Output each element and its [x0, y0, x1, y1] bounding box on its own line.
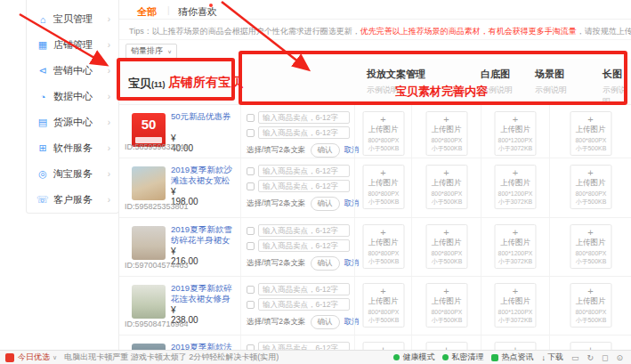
product-image[interactable]: [132, 226, 166, 260]
copy-checkbox-1[interactable]: [247, 167, 255, 175]
copy-checkbox-1[interactable]: [247, 114, 255, 122]
upload-label: 上传图片: [496, 178, 536, 187]
table-body: 50 50元新品优惠券 ¥ 40.00 ID:585959633244 选择/填…: [119, 105, 631, 364]
upload-cell-col0: +上传图片800*800PX小于500KB: [354, 105, 411, 158]
selling-point-input-1[interactable]: [258, 111, 350, 124]
upload-image-button[interactable]: +上传图片800*800PX小于500KB: [362, 165, 404, 209]
selling-point-input-2[interactable]: [258, 298, 350, 311]
upload-image-button[interactable]: +上传图片800*800PX小于500KB: [570, 224, 611, 269]
upload-cell-col2: +上传图片800*1200PX小于3072KB: [481, 158, 549, 217]
hot-picks-icon[interactable]: [5, 353, 14, 362]
selling-point-input-1[interactable]: [258, 165, 350, 177]
panel-icon[interactable]: ◻: [602, 353, 608, 362]
product-title-link[interactable]: 2019夏季新款雪纺碎花半身裙女中长款裙摆白: [171, 224, 237, 246]
selling-point-input-2[interactable]: [258, 239, 350, 252]
upload-image-button[interactable]: +上传图片800*800PX小于500KB: [425, 111, 467, 156]
upload-cell-col2: +上传图片800*1200PX小于3072KB: [481, 105, 549, 158]
upload-dimension: 800*800PX: [428, 308, 465, 315]
upload-image-button[interactable]: +上传图片800*800PX小于500KB: [425, 224, 467, 269]
taskbar-item-1[interactable]: 私密清理: [442, 352, 483, 363]
confirm-button[interactable]: 确认: [311, 315, 340, 329]
upload-image-button[interactable]: +上传图片800*800PX小于500KB: [362, 283, 404, 328]
confirm-button[interactable]: 确认: [311, 143, 340, 158]
product-title-link[interactable]: 2019夏季新款碎花连衣裙女修身显瘦小众网红: [171, 283, 237, 304]
copy-management-cell: 选择/填写2条文案 确认 取消: [240, 277, 354, 335]
sidebar: ⌂宝贝管理›▦店铺管理›⊲营销中心›◔数据中心›▤货源中心›⊞软件服务›◎淘宝服…: [26, 0, 119, 214]
tab-guess-you-like[interactable]: 猜你喜欢: [178, 5, 217, 19]
copy-checkbox-2[interactable]: [247, 182, 255, 190]
upload-image-button[interactable]: +上传图片800*800PX小于500KB: [425, 165, 467, 209]
upload-label: 上传图片: [496, 296, 536, 305]
taskbar-item-label: 健康模式: [402, 352, 434, 363]
upload-dimension: 800*1200PX: [497, 136, 533, 143]
download-button[interactable]: ↓下载: [541, 352, 563, 363]
sidebar-item-2[interactable]: ⊲营销中心›: [27, 58, 118, 84]
sidebar-item-5[interactable]: ⊞软件服务›: [27, 135, 118, 161]
sidebar-item-6[interactable]: ◎淘宝服务›: [27, 161, 118, 187]
circle-icon[interactable]: ⊙: [616, 353, 623, 362]
sidebar-item-3[interactable]: ◔数据中心›: [27, 84, 118, 109]
sidebar-item-label: 淘宝服务: [53, 167, 93, 181]
upload-image-button[interactable]: +上传图片800*1200PX小于3072KB: [495, 165, 537, 209]
upload-image-button[interactable]: +上传图片800*800PX小于500KB: [362, 111, 404, 156]
upload-image-button[interactable]: +上传图片800*800PX小于500KB: [425, 283, 467, 328]
upload-dimension: 800*800PX: [428, 136, 465, 143]
confirm-button[interactable]: 确认: [311, 197, 340, 211]
column-title: 长图: [603, 68, 631, 81]
upload-image-button[interactable]: +上传图片800*1200PX小于3072KB: [495, 111, 537, 156]
product-column-header: 宝贝(11): [128, 76, 166, 92]
upload-image-button[interactable]: +上传图片800*1200PX小于3072KB: [495, 283, 537, 328]
selling-point-input-1[interactable]: [258, 283, 350, 295]
copy-checkbox-2[interactable]: [247, 242, 255, 250]
column-title: 场景图: [535, 68, 567, 81]
selling-point-input-1[interactable]: [258, 224, 350, 237]
product-title-link[interactable]: 50元新品优惠券: [171, 111, 237, 122]
example-description-link[interactable]: 示例说明: [535, 85, 567, 96]
sidebar-item-label: 数据中心: [53, 90, 93, 103]
upload-size-limit: 小于3072KB: [497, 316, 533, 323]
plus-icon: +: [496, 115, 536, 125]
chevron-right-icon: ›: [108, 143, 110, 153]
upload-size-limit: 小于500KB: [365, 144, 401, 151]
hot-picks-label[interactable]: 今日优选: [18, 352, 50, 363]
upload-size-limit: 小于500KB: [428, 257, 465, 264]
plus-icon: +: [363, 168, 403, 178]
chevron-down-icon[interactable]: ∨: [53, 354, 57, 361]
copy-checkbox-1[interactable]: [247, 286, 255, 294]
selling-point-input-2[interactable]: [258, 126, 350, 139]
plus-icon: +: [426, 287, 466, 296]
taskbar-item-2[interactable]: 热点资讯: [491, 352, 533, 363]
upload-image-button[interactable]: +上传图片800*800PX小于500KB: [570, 283, 611, 328]
upload-image-button[interactable]: +上传图片800*800PX小于500KB: [362, 224, 404, 269]
upload-image-button[interactable]: +上传图片800*800PX小于500KB: [570, 165, 611, 209]
product-image[interactable]: [132, 285, 166, 319]
upload-dimension: 800*800PX: [572, 249, 609, 256]
upload-cell-col1: +上传图片800*800PX小于500KB: [411, 105, 481, 158]
sidebar-item-0[interactable]: ⌂宝贝管理›: [27, 6, 118, 32]
sidebar-item-4[interactable]: ▤货源中心›: [27, 109, 118, 135]
tab-all[interactable]: 全部: [137, 5, 157, 19]
store-icon: ▤: [36, 117, 49, 128]
upload-image-button[interactable]: +上传图片800*1200PX小于3072KB: [495, 224, 537, 269]
sidebar-item-7[interactable]: ☏客户服务›: [27, 187, 118, 213]
upload-label: 上传图片: [570, 125, 611, 133]
sidebar-item-1[interactable]: ▦店铺管理›: [27, 32, 118, 58]
window-icon[interactable]: ▭: [571, 353, 579, 362]
selling-point-input-2[interactable]: [258, 180, 350, 192]
upload-size-limit: 小于3072KB: [497, 257, 533, 264]
upload-image-button[interactable]: +上传图片800*800PX小于500KB: [570, 111, 611, 156]
upload-label: 上传图片: [426, 296, 466, 305]
refresh-icon[interactable]: ↻: [587, 353, 594, 362]
copy-checkbox-1[interactable]: [247, 227, 255, 235]
sort-dropdown[interactable]: 销量排序 ∨: [125, 44, 177, 59]
product-title-link[interactable]: 2019夏季新款沙滩连衣裙女宽松短袖T恤中长款: [171, 165, 237, 186]
upload-label: 上传图片: [363, 125, 403, 133]
page-root: ⌂宝贝管理›▦店铺管理›⊲营销中心›◔数据中心›▤货源中心›⊞软件服务›◎淘宝服…: [0, 0, 631, 364]
copy-checkbox-2[interactable]: [247, 129, 255, 137]
taskbar-item-0[interactable]: 健康模式: [393, 352, 434, 363]
product-image[interactable]: [132, 166, 166, 200]
confirm-button[interactable]: 确认: [311, 256, 340, 271]
copy-checkbox-2[interactable]: [247, 301, 255, 309]
taskbar-headline[interactable]: 电脑出现卡顿严重 游戏卡顿太烦了 2分钟轻松解决卡顿(实用): [64, 352, 279, 363]
upload-dimension: 800*800PX: [365, 136, 401, 143]
